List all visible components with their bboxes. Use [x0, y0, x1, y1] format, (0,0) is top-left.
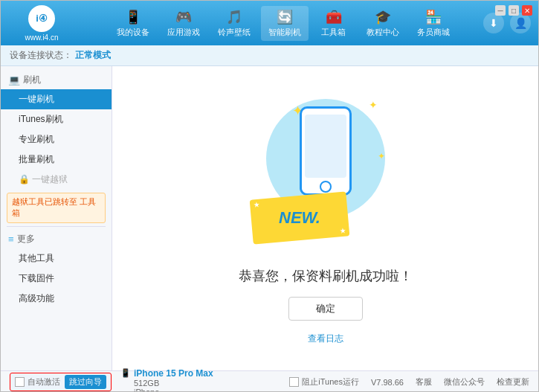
flash-section-label: 刷机 [23, 74, 41, 86]
lock-icon: 🔒 [19, 174, 30, 184]
device-storage: 512GB [134, 379, 213, 388]
itunes-checkbox[interactable]: 阻止iTunes运行 [289, 376, 359, 388]
main-layout: 💻 刷机 一键刷机 iTunes刷机 专业刷机 批量刷机 🔒 一键越狱 越狱工具… [1, 66, 538, 370]
toolbox-icon: 🧰 [326, 9, 342, 25]
new-badge: NEW. [279, 208, 320, 228]
device-info: 📱 iPhone 15 Pro Max 512GB iPhone [117, 368, 216, 393]
bottom-bar: 自动激活 跳过向导 📱 iPhone 15 Pro Max 512GB iPho… [1, 370, 538, 392]
nav-item-store[interactable]: 🏪 务员商城 [410, 6, 457, 41]
success-message: 恭喜您，保资料刷机成功啦！ [239, 267, 413, 285]
nav-label-apps: 应用游戏 [167, 27, 200, 38]
more-section-label: 更多 [17, 233, 35, 245]
sidebar-itunes-flash[interactable]: iTunes刷机 [1, 109, 112, 129]
phone-body [300, 106, 352, 196]
logo-area: i④ www.i4.cn [8, 5, 75, 42]
tutorial-icon: 🎓 [375, 9, 391, 25]
activate-box: 自动激活 跳过向导 [10, 373, 112, 391]
sidebar-pro-flash[interactable]: 专业刷机 [1, 129, 112, 150]
nav-item-smart-flash[interactable]: 🔄 智能刷机 [261, 6, 309, 41]
header: i④ www.i4.cn 📱 我的设备 🎮 应用游戏 🎵 铃声壁纸 🔄 智能刷机 [1, 1, 538, 45]
sidebar-more-title: ≡ 更多 [1, 230, 112, 248]
version-text: V7.98.66 [371, 378, 404, 387]
nav-label-smart-flash: 智能刷机 [268, 27, 301, 38]
apps-icon: 🎮 [175, 9, 192, 25]
content-area: ✦ ✦ ✦ NEW. 恭喜您，保资料刷机成功啦！ 确定 [112, 66, 538, 370]
download-button[interactable]: ⬇ [483, 13, 504, 33]
success-box: ✦ ✦ ✦ NEW. 恭喜您，保资料刷机成功啦！ 确定 [239, 91, 413, 345]
notice-text: 越狱工具已跳转至 工具箱 [12, 197, 96, 217]
logo-subtitle: www.i4.cn [25, 33, 58, 42]
smart-flash-icon: 🔄 [277, 9, 293, 25]
sparkle-3: ✦ [378, 151, 385, 161]
confirm-label: 确定 [316, 302, 335, 315]
minimize-button[interactable]: ─ [495, 5, 506, 16]
sidebar-download-firmware[interactable]: 下载固件 [1, 269, 112, 289]
bottom-right: 阻止iTunes运行 V7.98.66 客服 微信公众号 检查更新 [289, 376, 529, 388]
sidebar-divider [7, 226, 106, 227]
auto-activate-checkbox[interactable]: 自动激活 [15, 376, 60, 388]
window-controls: ─ □ ✕ [495, 5, 532, 16]
sidebar-jailbreak-disabled: 🔒 一键越狱 [1, 170, 112, 190]
sidebar: 💻 刷机 一键刷机 iTunes刷机 专业刷机 批量刷机 🔒 一键越狱 越狱工具… [1, 66, 112, 370]
status-label: 设备连接状态： [10, 49, 72, 62]
close-button[interactable]: ✕ [522, 5, 532, 16]
sidebar-other-tools[interactable]: 其他工具 [1, 248, 112, 269]
phone-home-button [320, 181, 332, 193]
itunes-cb-icon [289, 377, 299, 387]
user-button[interactable]: 👤 [510, 13, 531, 33]
my-device-icon: 📱 [125, 9, 141, 25]
sidebar-flash-title: 💻 刷机 [1, 71, 112, 89]
logo-icon: i④ [28, 5, 55, 32]
view-log-link[interactable]: 查看日志 [308, 332, 343, 345]
footer-link-wechat[interactable]: 微信公众号 [444, 376, 485, 388]
device-name: iPhone 15 Pro Max [134, 368, 213, 379]
itunes-bar: 阻止iTunes运行 [289, 376, 359, 388]
footer-link-update[interactable]: 检查更新 [497, 376, 529, 388]
ringtone-icon: 🎵 [226, 9, 242, 25]
sidebar-batch-flash[interactable]: 批量刷机 [1, 150, 112, 170]
device-type: iPhone [134, 388, 213, 393]
device-name-row: 📱 iPhone 15 Pro Max [120, 368, 213, 379]
maximize-button[interactable]: □ [509, 5, 519, 16]
status-value: 正常模式 [75, 49, 111, 62]
itunes-label: 阻止iTunes运行 [302, 376, 359, 388]
nav-label-my-device: 我的设备 [117, 27, 149, 38]
nav-label-ringtones: 铃声壁纸 [218, 27, 251, 38]
sidebar-notice: 越狱工具已跳转至 工具箱 [7, 193, 106, 223]
store-icon: 🏪 [425, 9, 442, 25]
sidebar-one-click-flash[interactable]: 一键刷机 [1, 89, 112, 109]
device-icon: 📱 [120, 368, 131, 378]
auto-activate-label: 自动激活 [28, 376, 60, 388]
jailbreak-label: 一键越狱 [32, 174, 68, 184]
nav-item-apps-games[interactable]: 🎮 应用游戏 [160, 6, 207, 41]
sparkle-2: ✦ [369, 99, 378, 111]
sidebar-advanced[interactable]: 高级功能 [1, 289, 112, 309]
nav-label-tutorial: 教程中心 [367, 27, 399, 38]
nav-label-toolbox: 工具箱 [321, 27, 346, 38]
nav-item-my-device[interactable]: 📱 我的设备 [109, 6, 157, 41]
guide-button[interactable]: 跳过向导 [65, 375, 106, 389]
nav-item-ringtones[interactable]: 🎵 铃声壁纸 [210, 6, 258, 41]
phone-illustration: ✦ ✦ ✦ NEW. [251, 91, 400, 255]
auto-activate-cb-icon [15, 377, 25, 387]
nav-item-toolbox[interactable]: 🧰 工具箱 [312, 6, 356, 41]
header-right: ⬇ 👤 [483, 13, 531, 33]
bottom-left: 自动激活 跳过向导 📱 iPhone 15 Pro Max 512GB iPho… [10, 368, 216, 393]
more-section-icon: ≡ [8, 234, 14, 245]
nav-label-store: 务员商城 [417, 27, 450, 38]
nav-item-tutorial[interactable]: 🎓 教程中心 [359, 6, 407, 41]
flash-section-icon: 💻 [8, 74, 20, 86]
footer-link-home[interactable]: 客服 [416, 376, 432, 388]
nav-bar: 📱 我的设备 🎮 应用游戏 🎵 铃声壁纸 🔄 智能刷机 🧰 工具箱 🎓 [83, 6, 483, 41]
new-ribbon: NEW. [249, 191, 349, 244]
phone-screen [305, 115, 346, 178]
confirm-button[interactable]: 确定 [288, 297, 363, 321]
status-bar: 设备连接状态： 正常模式 [1, 45, 538, 66]
